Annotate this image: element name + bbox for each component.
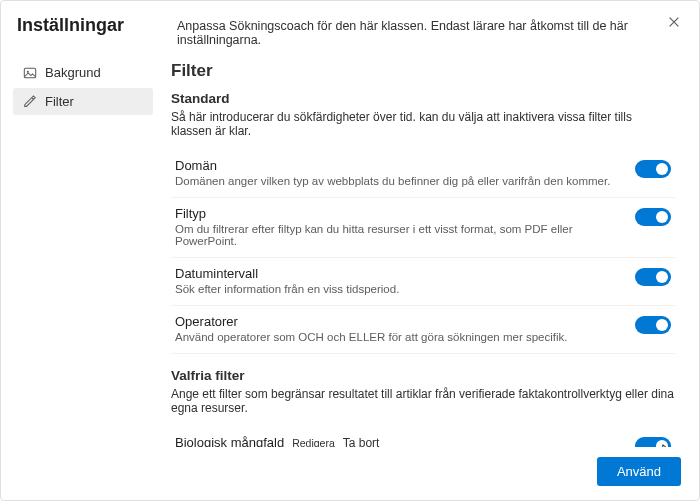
filter-row-domain: Domän Domänen anger vilken typ av webbpl… bbox=[171, 150, 675, 198]
sidebar-item-background[interactable]: Bakgrund bbox=[13, 59, 153, 86]
filter-row-daterange: Datumintervall Sök efter information frå… bbox=[171, 258, 675, 306]
optional-desc: Ange ett filter som begränsar resultatet… bbox=[171, 387, 675, 415]
dialog-subtitle: Anpassa Sökningscoach för den här klasse… bbox=[177, 15, 683, 47]
pencil-icon bbox=[23, 95, 37, 109]
toggle-daterange[interactable] bbox=[635, 268, 671, 286]
filter-row-operators: Operatorer Använd operatorer som OCH och… bbox=[171, 306, 675, 354]
toggle-filetype[interactable] bbox=[635, 208, 671, 226]
dialog-title: Inställningar bbox=[17, 15, 177, 36]
svg-rect-0 bbox=[24, 68, 35, 78]
svg-point-1 bbox=[27, 70, 29, 72]
optional-title: Valfria filter bbox=[171, 368, 675, 383]
standard-title: Standard bbox=[171, 91, 675, 106]
close-button[interactable] bbox=[660, 10, 688, 38]
remove-link[interactable]: Ta bort bbox=[343, 436, 380, 448]
toggle-biodiversity[interactable] bbox=[635, 437, 671, 447]
close-icon bbox=[667, 15, 681, 32]
filter-title: Operatorer bbox=[175, 314, 611, 329]
filter-desc: Sök efter information från en viss tidsp… bbox=[175, 283, 611, 295]
filter-desc: Om du filtrerar efter filtyp kan du hitt… bbox=[175, 223, 611, 247]
filter-title: Filtyp bbox=[175, 206, 611, 221]
standard-desc: Så här introducerar du sökfärdigheter öv… bbox=[171, 110, 675, 138]
content-heading: Filter bbox=[171, 61, 675, 81]
filter-title: Datumintervall bbox=[175, 266, 611, 281]
sidebar-item-label: Filter bbox=[45, 94, 74, 109]
filter-desc: Använd operatorer som OCH och ELLER för … bbox=[175, 331, 611, 343]
filter-row-biodiversity: Biologisk mångfald Redigera Ta bort bbox=[171, 427, 675, 447]
filter-title: Biologisk mångfald bbox=[175, 435, 284, 447]
edit-link[interactable]: Redigera bbox=[292, 437, 335, 448]
sidebar-item-filter[interactable]: Filter bbox=[13, 88, 153, 115]
image-icon bbox=[23, 66, 37, 80]
sidebar-item-label: Bakgrund bbox=[45, 65, 101, 80]
toggle-domain[interactable] bbox=[635, 160, 671, 178]
filter-row-filetype: Filtyp Om du filtrerar efter filtyp kan … bbox=[171, 198, 675, 258]
apply-button[interactable]: Använd bbox=[597, 457, 681, 486]
toggle-operators[interactable] bbox=[635, 316, 671, 334]
filter-desc: Domänen anger vilken typ av webbplats du… bbox=[175, 175, 611, 187]
filter-title: Domän bbox=[175, 158, 611, 173]
